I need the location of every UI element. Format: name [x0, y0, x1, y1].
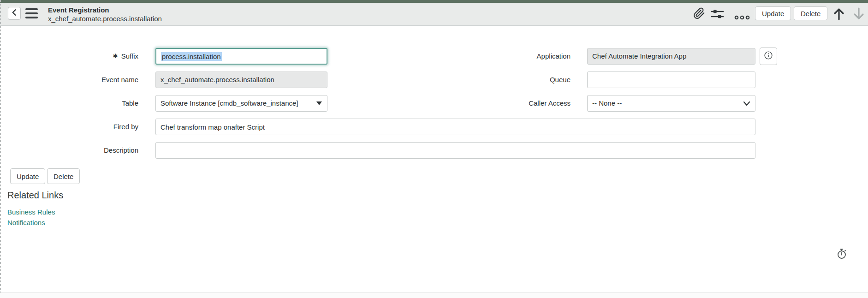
- mandatory-asterisk-icon: ✱: [113, 53, 118, 60]
- application-info-button[interactable]: [760, 48, 777, 65]
- queue-input[interactable]: [587, 72, 755, 88]
- arrow-down-icon[interactable]: [852, 7, 866, 23]
- left-dashed-border: [0, 0, 1, 298]
- description-label: Description: [0, 142, 138, 159]
- related-link-business-rules[interactable]: Business Rules: [7, 207, 55, 217]
- fired-by-input[interactable]: [155, 119, 755, 135]
- suffix-input[interactable]: process.installation: [155, 48, 327, 65]
- caller-access-label: Caller Access: [434, 95, 571, 112]
- suffix-label: ✱Suffix: [0, 48, 138, 65]
- event-name-label: Event name: [0, 72, 138, 88]
- table-label: Table: [0, 95, 138, 112]
- page-subtitle: x_chef_automate.process.installation: [48, 14, 162, 23]
- header-delete-button[interactable]: Delete: [794, 6, 827, 20]
- stopwatch-icon[interactable]: [836, 248, 848, 260]
- event-name-field: x_chef_automate.process.installation: [155, 72, 327, 88]
- bottom-edge: [0, 292, 868, 298]
- application-label: Application: [434, 48, 571, 65]
- page-title-block: Event Registration x_chef_automate.proce…: [48, 6, 162, 23]
- form-update-button[interactable]: Update: [10, 168, 45, 184]
- paperclip-icon[interactable]: [693, 7, 705, 21]
- event-registration-form-page: Event Registration x_chef_automate.proce…: [0, 0, 868, 298]
- back-button[interactable]: [8, 7, 21, 20]
- related-link-notifications[interactable]: Notifications: [7, 217, 55, 228]
- application-field: Chef Automate Integration App: [587, 48, 755, 65]
- queue-label: Queue: [434, 72, 571, 88]
- hamburger-menu-icon[interactable]: [25, 8, 38, 18]
- chevron-left-icon: [10, 8, 19, 19]
- sliders-icon[interactable]: [710, 9, 724, 21]
- fired-by-label: Fired by: [0, 119, 138, 135]
- info-icon: [763, 50, 773, 62]
- related-links-heading: Related Links: [7, 190, 63, 201]
- arrow-up-icon[interactable]: [832, 7, 846, 23]
- related-links-list: Business Rules Notifications: [7, 207, 55, 228]
- more-options-icon[interactable]: [734, 13, 750, 22]
- header-update-button[interactable]: Update: [755, 6, 791, 20]
- form-header-bar: Event Registration x_chef_automate.proce…: [0, 3, 868, 26]
- selected-text: process.installation: [161, 52, 222, 61]
- chevron-down-icon: [743, 101, 750, 106]
- caller-access-select[interactable]: -- None --: [587, 95, 755, 112]
- description-input[interactable]: [155, 142, 755, 159]
- table-select[interactable]: Software Instance [cmdb_software_instanc…: [155, 95, 327, 112]
- page-title: Event Registration: [48, 6, 162, 14]
- form-delete-button[interactable]: Delete: [47, 168, 80, 184]
- triangle-down-icon: [316, 101, 322, 106]
